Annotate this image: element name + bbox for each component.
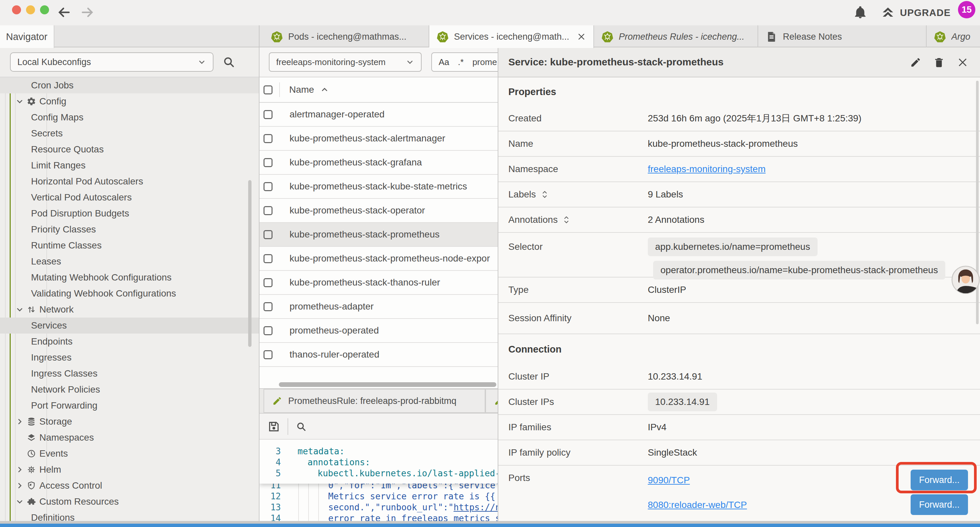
assistant-avatar[interactable] xyxy=(951,266,980,294)
sidebar-item[interactable]: Mutating Webhook Configurations xyxy=(0,269,259,285)
window-minimize-button[interactable] xyxy=(26,5,35,14)
table-row[interactable]: kube-prometheus-stack-alertmanager xyxy=(259,127,498,151)
table-row[interactable]: kube-prometheus-stack-operator xyxy=(259,199,498,223)
window-zoom-button[interactable] xyxy=(40,5,49,14)
sidebar-item[interactable]: Runtime Classes xyxy=(0,237,259,253)
blank-icon[interactable] xyxy=(15,433,27,442)
sidebar-item[interactable]: Config xyxy=(0,93,259,110)
sidebar-item[interactable]: Leases xyxy=(0,253,259,269)
chevron-right-icon[interactable] xyxy=(15,481,27,490)
kubeconfig-select[interactable]: Local Kubeconfigs xyxy=(10,53,213,72)
sidebar-item[interactable]: Events xyxy=(0,446,259,462)
sidebar-item[interactable]: Ingress Classes xyxy=(0,366,259,382)
sidebar-item[interactable]: Priority Classes xyxy=(0,221,259,237)
sidebar-item[interactable]: Port Forwarding xyxy=(0,398,259,414)
editor-tab[interactable]: PrometheusRule: freeleaps-prod-rabbitmq xyxy=(264,389,485,413)
bell-icon[interactable] xyxy=(853,5,867,20)
row-checkbox[interactable] xyxy=(264,230,272,239)
table-row[interactable]: prometheus-adapter xyxy=(259,295,498,319)
row-checkbox[interactable] xyxy=(264,134,272,143)
window-tab[interactable]: Release Notes xyxy=(758,25,927,48)
sidebar-item[interactable]: Pod Disruption Budgets xyxy=(0,205,259,221)
row-checkbox[interactable] xyxy=(264,326,272,335)
forward-arrow-icon[interactable] xyxy=(80,5,95,20)
row-checkbox[interactable] xyxy=(264,182,272,191)
sidebar-item[interactable]: Network Policies xyxy=(0,382,259,398)
close-icon[interactable] xyxy=(577,32,586,41)
back-arrow-icon[interactable] xyxy=(57,5,72,20)
chevron-down-icon[interactable] xyxy=(15,305,27,314)
namespace-select[interactable]: freeleaps-monitoring-system xyxy=(269,53,422,72)
forward-button[interactable]: Forward... xyxy=(911,494,968,515)
namespace-link[interactable]: freeleaps-monitoring-system xyxy=(648,164,765,174)
close-icon[interactable] xyxy=(957,56,969,68)
sidebar-item[interactable]: Config Maps xyxy=(0,110,259,126)
notification-badge[interactable]: 15 xyxy=(958,1,975,18)
row-checkbox[interactable] xyxy=(264,302,272,311)
scrollbar-thumb[interactable] xyxy=(279,382,496,387)
match-case-toggle[interactable]: Aa xyxy=(439,57,449,67)
table-row[interactable]: kube-prometheus-stack-prometheus-node-ex… xyxy=(259,247,498,271)
sidebar-item[interactable]: Helm xyxy=(0,462,259,478)
row-checkbox[interactable] xyxy=(264,158,272,167)
name-column-header[interactable]: Name xyxy=(289,84,314,95)
upgrade-button[interactable]: UPGRADE xyxy=(881,5,951,21)
sidebar-item[interactable]: Cron Jobs xyxy=(0,77,259,93)
port-link[interactable]: 8080:reloader-web/TCP xyxy=(648,500,747,510)
window-close-button[interactable] xyxy=(12,5,21,14)
select-all-checkbox[interactable] xyxy=(264,85,272,94)
sidebar-item[interactable]: Vertical Pod Autoscalers xyxy=(0,189,259,205)
window-tab[interactable]: Argo Se xyxy=(927,25,980,48)
table-row[interactable]: prometheus-operated xyxy=(259,319,498,343)
chevron-down-icon[interactable] xyxy=(15,497,27,506)
sidebar-item[interactable]: Limit Ranges xyxy=(0,158,259,174)
yaml-editor[interactable]: 11 0","for":"1m","labels":{"service":" 1… xyxy=(259,439,498,521)
table-row[interactable]: kube-prometheus-stack-grafana xyxy=(259,151,498,175)
blank-icon[interactable] xyxy=(15,449,27,458)
sidebar-item[interactable]: Access Control xyxy=(0,478,259,494)
table-row[interactable]: alertmanager-operated xyxy=(259,103,498,127)
window-tab[interactable]: Pods - icecheng@mathmas... xyxy=(264,25,429,48)
sidebar-item[interactable]: Custom Resources xyxy=(0,494,259,509)
sidebar-item[interactable]: Namespaces xyxy=(0,430,259,446)
chevron-right-icon[interactable] xyxy=(15,417,27,426)
sidebar-item[interactable]: Secrets xyxy=(0,126,259,142)
sidebar-item[interactable]: Resource Quotas xyxy=(0,142,259,158)
forward-button[interactable]: Forward... xyxy=(911,470,968,490)
table-row[interactable]: kube-prometheus-stack-kube-state-metrics xyxy=(259,175,498,199)
row-checkbox[interactable] xyxy=(264,206,272,215)
trash-icon[interactable] xyxy=(933,57,945,68)
sidebar-item[interactable]: Endpoints xyxy=(0,334,259,350)
save-icon[interactable] xyxy=(267,420,280,433)
sidebar-scrollbar[interactable] xyxy=(248,180,251,347)
row-checkbox[interactable] xyxy=(264,278,272,287)
chevron-down-icon[interactable] xyxy=(15,97,27,106)
window-tab[interactable]: Prometheus Rules - icecheng... xyxy=(594,25,758,48)
sidebar-item[interactable]: Ingresses xyxy=(0,350,259,366)
sidebar-item[interactable]: Definitions xyxy=(0,509,259,521)
sidebar-item[interactable]: Validating Webhook Configurations xyxy=(0,285,259,301)
sort-toggle-icon[interactable] xyxy=(562,215,570,224)
window-tab[interactable]: Services - icecheng@math... xyxy=(429,25,594,48)
port-link[interactable]: 9090/TCP xyxy=(648,475,690,486)
sort-asc-icon[interactable] xyxy=(320,85,329,94)
table-row[interactable]: kube-prometheus-stack-thanos-ruler xyxy=(259,271,498,295)
sort-toggle-icon[interactable] xyxy=(541,190,549,199)
search-icon[interactable] xyxy=(222,56,235,69)
sidebar-item[interactable]: Horizontal Pod Autoscalers xyxy=(0,174,259,189)
row-checkbox[interactable] xyxy=(264,254,272,263)
table-row[interactable]: thanos-ruler-operated xyxy=(259,343,498,367)
sidebar-item[interactable]: Services xyxy=(0,318,259,334)
tab-navigator[interactable]: Navigator xyxy=(0,25,54,48)
row-checkbox[interactable] xyxy=(264,350,272,359)
table-row[interactable]: kube-prometheus-stack-prometheus xyxy=(259,223,498,247)
regex-toggle[interactable]: .* xyxy=(458,57,464,67)
chevron-right-icon[interactable] xyxy=(15,465,27,474)
sidebar-item[interactable]: Storage xyxy=(0,414,259,430)
runbook-link[interactable]: https://net xyxy=(453,502,498,512)
sidebar-item[interactable]: Network xyxy=(0,301,259,318)
search-icon[interactable] xyxy=(296,421,307,432)
pencil-icon[interactable] xyxy=(910,57,921,68)
row-checkbox[interactable] xyxy=(264,110,272,119)
horizontal-scrollbar[interactable] xyxy=(279,382,496,387)
